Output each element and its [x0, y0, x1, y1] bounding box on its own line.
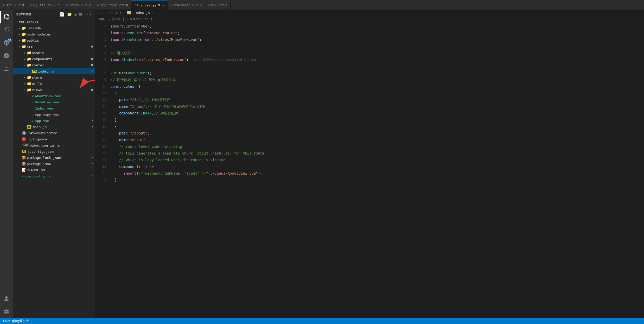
sidebar-item-browserslistrc[interactable]: 🔘 .browserslistrc — [13, 130, 95, 136]
badge-m: M — [91, 125, 95, 129]
code-line-4 — [110, 43, 644, 50]
modified-dot — [91, 64, 93, 66]
badge-u: U — [91, 113, 95, 116]
sidebar-item-router[interactable]: ▾ 📁 router — [13, 62, 95, 68]
sidebar-item-readme[interactable]: 📝 README.md — [13, 167, 95, 173]
sidebar-item-store[interactable]: ▶ 📁 store — [13, 74, 95, 80]
js-file-icon: JS — [22, 150, 26, 153]
code-content[interactable]: import Vue from "vue"; import VueRouter … — [109, 22, 644, 318]
chevron-right-icon: ▶ — [18, 33, 22, 36]
sidebar-item-package-lock[interactable]: 📦 package-lock.json M — [13, 155, 95, 161]
file-name: views — [31, 88, 91, 92]
sidebar-item-index-js[interactable]: JS index.js M — [13, 68, 95, 74]
sidebar-item-views[interactable]: ▾ 📁 views — [13, 87, 95, 93]
activity-search[interactable] — [0, 24, 13, 36]
tab-mylifecom-vue[interactable]: ✓ MyLifeCom.vue — [27, 1, 63, 10]
chevron-right-icon: ▶ — [23, 76, 27, 79]
sidebar-item-assets[interactable]: ▶ 📁 assets — [13, 50, 95, 56]
code-line-21: // which is lazy-loaded when the route i… — [110, 157, 644, 163]
folder-icon: 📁 — [27, 88, 31, 92]
sidebar-item-public[interactable]: ▶ 📁 public — [13, 37, 95, 43]
project-name: VUE-DEMO01 — [19, 20, 39, 24]
new-folder-icon[interactable]: 📁 — [67, 12, 72, 17]
new-file-icon[interactable]: 📄 — [59, 12, 65, 17]
breadcrumb: src › router › JS index.js › ... — [95, 10, 644, 16]
sidebar-title: 资源管理器 — [16, 12, 31, 16]
sidebar-item-components[interactable]: ▶ 📁 components — [13, 56, 95, 62]
sidebar-item-src[interactable]: ▾ 📁 src — [13, 43, 95, 50]
vue-file-icon: ✓ — [32, 94, 34, 98]
activity-accounts[interactable] — [0, 293, 13, 305]
tab-label: index.js — [140, 3, 156, 7]
file-name: babel.config.js — [29, 143, 95, 147]
sidebar-item-utils[interactable]: ▶ 📁 utils — [13, 80, 95, 87]
git-info-text: You, 29分钟前 | 1 author (You) — [98, 17, 152, 21]
folder-icon: 📁 — [27, 51, 31, 55]
code-line-6: import Index from "../views/Index.vue"; … — [110, 56, 644, 63]
sidebar-item-jsconfig[interactable]: JS jsconfig.json — [13, 148, 95, 155]
refresh-icon[interactable]: ↻ — [74, 12, 77, 17]
code-line-16: { — [110, 123, 644, 130]
folder-icon: 📁 — [22, 26, 26, 30]
tab-index-js[interactable]: JS index.js M × — [131, 1, 168, 10]
files-icon — [4, 14, 10, 20]
activity-settings[interactable] — [0, 305, 13, 318]
collapse-all-icon[interactable]: ⊟ — [79, 12, 82, 17]
code-line-19: // route level code-splitting — [110, 143, 644, 150]
activity-run[interactable] — [0, 50, 13, 62]
file-name: jsconfig.json — [26, 150, 95, 154]
modified-dot — [91, 58, 93, 60]
tab-label: MyLifeCom.vue — [33, 3, 60, 7]
vue-file-icon: ✓ — [32, 113, 34, 116]
badge-m: M — [91, 156, 95, 159]
code-line-7 — [110, 63, 644, 70]
tab-index-vue[interactable]: ✓ Index.vue U — [63, 1, 94, 10]
chevron-down-icon: ▾ — [15, 21, 19, 23]
file-name: App copy.vue — [34, 113, 92, 116]
vue-icon: ✓ — [208, 3, 210, 7]
more-options-icon[interactable]: ··· — [84, 12, 92, 17]
tab-app-copy-vue[interactable]: ✓ App copy.vue U — [94, 1, 131, 10]
tab-myheader-vue[interactable]: ✓ MyHeader.vue U — [168, 1, 205, 10]
sidebar-item-vscode[interactable]: ▶ 📁 .vscode — [13, 25, 95, 31]
close-tab-button[interactable]: × — [162, 3, 164, 7]
js-file-icon: JS — [27, 125, 31, 129]
activity-git[interactable]: 14 — [0, 37, 13, 49]
badge-m: M — [91, 119, 95, 122]
chevron-right-icon: ▶ — [18, 27, 22, 30]
activity-extensions[interactable] — [0, 62, 13, 75]
breadcrumb-more: ... — [155, 11, 161, 15]
sidebar: 资源管理器 📄 📁 ↻ ⊟ ··· ▾ VUE-DEMO01 ▶ — [13, 10, 95, 318]
breadcrumb-router: router — [109, 11, 121, 15]
chevron-right-icon: ▶ — [18, 39, 22, 42]
git-file-icon: 🔴 — [22, 137, 26, 141]
sidebar-item-babel-config[interactable]: BAB babel.config.js — [13, 142, 95, 148]
chevron-right-icon: ▶ — [23, 58, 27, 60]
sidebar-item-main-js[interactable]: JS main.js M — [13, 124, 95, 130]
folder-icon: 📁 — [27, 57, 31, 61]
search-icon — [3, 27, 10, 33]
line-numbers: 1 2 3 4 5 6 7 8 9 10 11 12 13 14 15 16 1 — [95, 22, 109, 318]
sidebar-item-aboutview[interactable]: ✓ AboutView.vue — [13, 93, 95, 99]
sidebar-item-app-copy[interactable]: ✓ App copy.vue U — [13, 111, 95, 118]
code-editor[interactable]: 1 2 3 4 5 6 7 8 9 10 11 12 13 14 15 16 1 — [95, 22, 644, 318]
code-line-3: import HomeView from "../views/HomeView.… — [110, 36, 644, 43]
folder-icon: 📁 — [27, 63, 31, 67]
activity-explorer[interactable] — [0, 11, 13, 23]
sidebar-item-gitignore[interactable]: 🔴 .gitignore — [13, 136, 95, 142]
sidebar-item-homeview[interactable]: ✓ HomeView.vue — [13, 99, 95, 105]
sidebar-item-app-vue[interactable]: ✓ App.vue M — [13, 118, 95, 124]
sidebar-item-project-root[interactable]: ▾ VUE-DEMO01 — [13, 19, 95, 25]
sidebar-item-package-json[interactable]: 📦 package.json M — [13, 161, 95, 167]
sidebar-item-index-vue[interactable]: ✓ Index.vue U — [13, 105, 95, 111]
tab-app-vue[interactable]: ✓ App.vue M — [0, 1, 27, 10]
sidebar-item-vue-config[interactable]: ✓ vue.config.js M — [13, 173, 95, 179]
badge-m: M — [91, 70, 95, 73]
code-line-10: const routes = [ — [110, 83, 644, 90]
file-name: router — [31, 63, 91, 67]
file-name: src — [26, 45, 91, 49]
sidebar-item-node-modules[interactable]: ▶ 📁 node_modules — [13, 31, 95, 37]
file-name: App.vue — [34, 119, 92, 123]
tab-myslotde-vue[interactable]: ✓ MySlotDe — [205, 1, 231, 10]
folder-icon: 📁 — [22, 32, 26, 36]
